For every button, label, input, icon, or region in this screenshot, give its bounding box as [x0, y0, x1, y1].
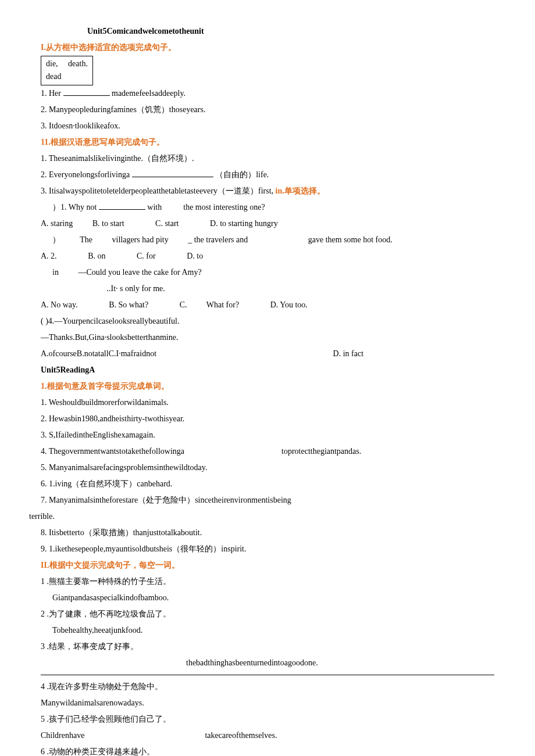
r9: 9. 1.ikethesepeople,myauntisoldbutsheis（… [41, 541, 494, 557]
mc-q2: ） The villagers had pity _ the travelers… [41, 232, 494, 248]
mc-q2-opts: A. 2. B. on C. for D. to [41, 248, 494, 264]
c5b1: Childrenhave [41, 731, 84, 740]
section2-header: 11.根据汉语意思写单词完成句子。 [41, 134, 494, 151]
blank[interactable] [63, 87, 110, 96]
mc-q3c: the cake for Amy? [142, 268, 202, 277]
s2-q3b: in.单项选择。 [276, 187, 325, 195]
r7: 7. Manyanimalsintheforestare（处于危险中）since… [41, 492, 494, 508]
mc-q2C[interactable]: C. [137, 252, 144, 260]
mc-q1A[interactable]: A. staring [41, 219, 73, 228]
s2-q3a: 3. Itisalwayspolitetoletelderpeopleatthe… [41, 187, 273, 195]
s2-q2: 2. Everyonelongsforlivinga （自由的）life. [41, 167, 494, 183]
r4: 4. Thegovernmentwantstotakethefollowinga… [41, 443, 494, 460]
mc-q1a: ）1. Why not [52, 203, 97, 212]
r3: 3. S,IfailedintheEnglishexamagain. [41, 427, 494, 443]
box-line2: dead [46, 70, 88, 83]
mc-q2A[interactable]: A. 2. [41, 252, 57, 260]
s2-q3: 3. Itisalwayspolitetoletelderpeopleatthe… [41, 183, 494, 199]
word-box: die, death. dead [41, 56, 93, 85]
box-line1: die, death. [46, 58, 88, 70]
mc-q1c: the most [183, 203, 211, 212]
s1-q3: 3. Itdoesn·tlooklikeafox. [41, 118, 494, 134]
mc-q1Cv: start [165, 219, 179, 228]
reading-title: Unit5ReadingA [41, 362, 494, 378]
mc-q4a: ( )4.—Yourpencilcaselooksreallybeautiful… [41, 313, 494, 329]
mc-q4b: —Thanks.But,Gina·slooksbetterthanmine. [41, 329, 494, 346]
s1-q1: 1. Her mademefeelsaddeeply. [41, 85, 494, 102]
mc-q2d: _ the travelers and [188, 235, 248, 244]
s1-q2: 2. Manypeopleduringfamines（饥荒）thoseyears… [41, 102, 494, 118]
r4a: 4. Thegovernmentwantstotakethefollowinga [41, 447, 184, 456]
c1a: 1 .熊猫主要靠一种特殊的竹子生活。 [41, 574, 494, 590]
mc-q2a: ） [52, 235, 60, 244]
mc-q3B[interactable]: B. So what? [109, 300, 148, 309]
mc-q3C[interactable]: C. [180, 300, 187, 309]
c3a: 3 .结果，坏事变成了好事。 [41, 639, 494, 655]
r6: 6. 1.iving（在自然环境下）canbehard. [41, 476, 494, 492]
mc-q4d[interactable]: D. in fact [333, 346, 363, 362]
mc-q1-opts: A. staring B. to start C. start D. to st… [41, 216, 494, 232]
r2: 2. Hewasbin1980,andheisthirty-twothisyea… [41, 411, 494, 427]
mc-q2Cv: for [146, 252, 155, 260]
c1b: Giantpandasaspecialkindofbamboo. [41, 590, 494, 606]
s2-q2a: 2. Everyonelongsforlivinga [41, 170, 130, 179]
mc-q2c: villagers had pity [112, 235, 169, 244]
blank[interactable] [99, 201, 145, 210]
mc-q2e: gave them some hot food. [308, 235, 393, 244]
c3b: thebadthinghasbeenturnedintoagoodone. [41, 655, 494, 671]
r4b: toprotectthegiantpandas. [281, 447, 361, 456]
c5b: Childrenhave takecareofthemselves. [41, 728, 494, 744]
mc-q4-opts: A.ofcourseB.notatallC.I·mafraidnot D. in… [41, 346, 494, 362]
c4b: Manywildanimalsarenowadays. [41, 695, 494, 711]
mc-q3: in —Could you leave the cake for Amy? [41, 264, 494, 281]
cn-header: IL根据中文提示完成句子，每空一词。 [41, 557, 494, 574]
mc-q2B[interactable]: B. on [88, 252, 105, 260]
mc-q3e: for me. [141, 284, 165, 293]
s1-q1-text-b: mademefeelsaddeeply. [112, 89, 186, 98]
c6a: 6 .动物的种类正变得越来越小。 [41, 744, 494, 756]
mc-q2D[interactable]: D. to [187, 252, 203, 260]
r8: 8. Itisbetterto（采取措施）thanjusttotalkabout… [41, 525, 494, 541]
s2-q2b: （自由的）life. [215, 170, 269, 179]
r5: 5. Manyanimalsarefacingsproblemsinthewil… [41, 460, 494, 476]
mc-q3a: in [52, 268, 59, 277]
mc-q3b: —Could you leave [78, 268, 140, 277]
divider [41, 675, 494, 675]
reading-header1: 1.根据句意及首字母提示完成单词。 [41, 378, 494, 395]
blank[interactable] [132, 169, 213, 177]
c4a: 4 .现在许多野生动物处于危险中。 [41, 679, 494, 695]
mc-q1C[interactable]: C. [155, 219, 163, 228]
mc-q1b: with [147, 203, 162, 212]
c2a: 2 .为了健康，他不再吃垃圾食品了。 [41, 606, 494, 622]
mc-q3Cv: What for? [206, 300, 239, 309]
mc-q1B[interactable]: B. to start [92, 219, 124, 228]
mc-q3d: ..It· s only [107, 284, 140, 293]
mc-q1d: interesting one? [213, 203, 265, 212]
mc-q3-opts: A. No way. B. So what? C. What for? D. Y… [41, 297, 494, 313]
s2-q1: 1. Theseanimalslikelivinginthe.（自然环境）. [41, 151, 494, 167]
mc-q2b: The [80, 235, 92, 244]
s1-q1-text: 1. Her [41, 89, 61, 98]
c2b: Tobehealthy,heeatjunkfood. [41, 622, 494, 639]
page-title: Unit5Comicandwelcometotheunit [41, 23, 494, 40]
mc-q4c[interactable]: A.ofcourseB.notatallC.I·mafraidnot [41, 349, 156, 358]
c5a: 5 .孩子们己经学会照顾他们自己了。 [41, 711, 494, 728]
mc-q1: ）1. Why not with the most interesting on… [41, 199, 494, 216]
r7b: terrible. [29, 508, 494, 525]
mc-q3D[interactable]: D. You too. [270, 300, 308, 309]
mc-q3A[interactable]: A. No way. [41, 300, 78, 309]
mc-q1D[interactable]: D. to starting hungry [210, 219, 278, 228]
section1-header: I.从方框中选择适宜的选项完成句子。 [41, 40, 494, 56]
c5b2: takecareofthemselves. [205, 731, 277, 740]
r1: 1. Weshouldbuildmorerforwildanimals. [41, 395, 494, 411]
mc-q3-line2: ..It· s only for me. [41, 281, 494, 297]
